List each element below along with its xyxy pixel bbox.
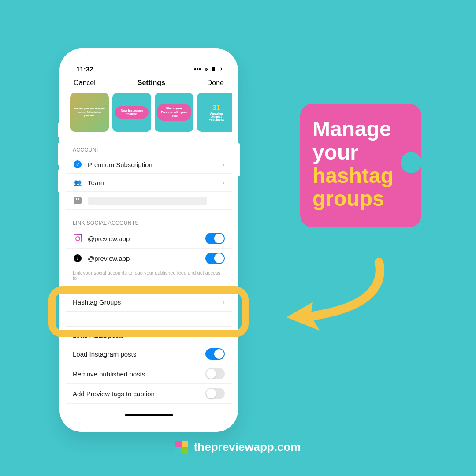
tiktok-icon: ♪ (74, 254, 82, 262)
cellular-icon: ••• (194, 65, 201, 73)
section-header-social: LINK SOCIAL ACCOUNTS (66, 210, 232, 229)
instagram-icon (74, 234, 82, 242)
toggle-load-instagram[interactable] (205, 348, 225, 360)
battery-icon (212, 67, 221, 71)
arrow-icon (278, 258, 392, 335)
chevron-right-icon: › (222, 178, 225, 187)
chevron-right-icon: › (222, 298, 225, 307)
row-label: Load Instagram posts (73, 350, 205, 358)
toggle-add-tags[interactable] (205, 388, 225, 399)
toggle-instagram[interactable] (205, 233, 225, 244)
check-icon: ✓ (74, 160, 82, 168)
phone-frame: 11:32 ••• Cancel Settings Done Remind yo… (60, 48, 238, 432)
chevron-right-icon: › (222, 331, 225, 340)
row-reel[interactable]: Load REEL posts › (66, 326, 232, 344)
done-button[interactable]: Done (207, 79, 224, 87)
page-title: Settings (138, 79, 165, 87)
callout-text: hashtag (312, 164, 409, 188)
email-placeholder (88, 197, 207, 205)
toggle-tiktok[interactable] (205, 253, 225, 264)
row-add-tags[interactable]: Add Preview tags to caption (66, 384, 232, 404)
section-header-account: ACCOUNT (66, 137, 232, 156)
row-label: Hashtag Groups (73, 298, 222, 306)
row-premium[interactable]: ✓ Premium Subscription › (66, 156, 232, 174)
row-remove-posts[interactable]: Remove published posts (66, 364, 232, 384)
callout-text: Manage (312, 118, 409, 141)
status-time: 11:32 (76, 65, 93, 73)
row-label: Load REEL posts (73, 331, 222, 339)
nav-bar: Cancel Settings Done (66, 74, 232, 93)
row-label: @preview.app (88, 255, 205, 262)
row-load-instagram[interactable]: Load Instagram posts (66, 344, 232, 364)
row-label: Remove published posts (73, 370, 205, 378)
toggle-remove-posts[interactable] (205, 368, 225, 379)
thumbnail[interactable]: New Instagram feature (112, 93, 151, 132)
phone-screen: 11:32 ••• Cancel Settings Done Remind yo… (66, 62, 232, 419)
row-team[interactable]: 👥 Team › (66, 174, 232, 192)
row-label: Add Preview tags to caption (73, 390, 205, 398)
mail-icon (74, 197, 82, 204)
row-email[interactable] (66, 192, 232, 210)
row-tiktok[interactable]: ♪ @preview.app (66, 249, 232, 268)
people-icon: 👥 (73, 178, 82, 187)
logo-icon (175, 441, 188, 454)
row-instagram[interactable]: @preview.app (66, 229, 232, 249)
callout-card: Manage your hashtag groups (300, 104, 421, 227)
cancel-button[interactable]: Cancel (74, 79, 96, 87)
row-label: Premium Subscription (88, 161, 222, 168)
row-hashtag-groups[interactable]: Hashtag Groups › (66, 293, 232, 311)
thumbnail[interactable]: Remind yourself that you cannot fail at … (70, 93, 109, 132)
row-label: Team (88, 179, 222, 186)
chevron-right-icon: › (222, 160, 225, 169)
thumbnail-row[interactable]: Remind yourself that you cannot fail at … (66, 93, 232, 137)
status-icons: ••• (194, 65, 221, 73)
thumbnail[interactable]: 31AmazingAugustPost Ideas (197, 93, 232, 132)
footer: thepreviewapp.com (0, 440, 476, 454)
callout-text: your (312, 141, 409, 164)
help-text: Link your social accounts to load your p… (66, 268, 232, 286)
wifi-icon (203, 67, 210, 72)
home-indicator (125, 414, 173, 416)
status-bar: 11:32 ••• (66, 62, 232, 74)
footer-text: thepreviewapp.com (194, 440, 301, 454)
row-label: @preview.app (88, 235, 205, 242)
callout-text: groups (312, 187, 409, 211)
thumbnail[interactable]: Share your Preview with your Team (155, 93, 193, 132)
